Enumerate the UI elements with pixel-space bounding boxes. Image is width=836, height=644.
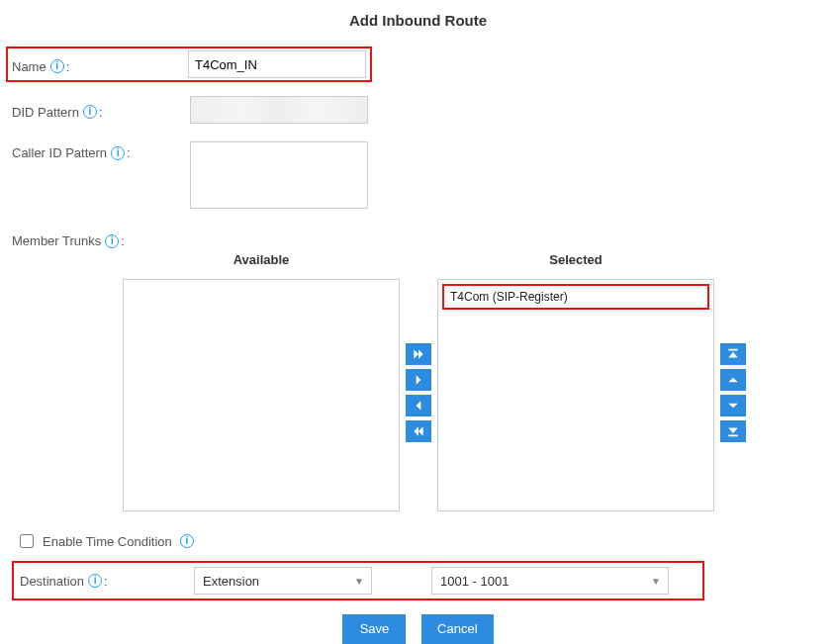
move-left-button[interactable]	[406, 395, 431, 416]
save-button[interactable]: Save	[342, 614, 406, 644]
chevron-down-icon	[726, 399, 740, 413]
caller-id-pattern-input[interactable]	[190, 141, 368, 209]
selected-header: Selected	[549, 252, 602, 267]
cancel-button[interactable]: Cancel	[421, 614, 493, 644]
move-bottom-button[interactable]	[720, 420, 746, 442]
member-trunks-label: Member Trunks i :	[12, 230, 190, 248]
chevron-left-icon	[412, 399, 425, 413]
move-all-right-button[interactable]	[406, 343, 431, 365]
move-top-button[interactable]	[720, 343, 746, 365]
move-up-button[interactable]	[720, 369, 746, 391]
move-down-button[interactable]	[720, 395, 746, 416]
did-pattern-label: DID Pattern i :	[12, 101, 190, 120]
did-pattern-input[interactable]	[190, 96, 368, 124]
footer-buttons: Save Cancel	[12, 614, 824, 644]
caller-id-pattern-label: Caller ID Pattern i :	[12, 141, 190, 160]
info-icon[interactable]: i	[105, 234, 119, 248]
move-top-icon	[726, 347, 740, 361]
selected-listbox[interactable]: T4Com (SIP-Register)	[437, 279, 714, 511]
double-chevron-right-icon	[412, 347, 425, 361]
svg-rect-0	[728, 349, 737, 351]
member-trunks-duallist: Available Selected T4Com (SIP-Register)	[123, 252, 824, 511]
move-bottom-icon	[726, 424, 740, 438]
chevron-up-icon	[726, 373, 740, 387]
info-icon[interactable]: i	[50, 59, 64, 73]
move-all-left-button[interactable]	[406, 420, 431, 442]
info-icon[interactable]: i	[111, 146, 125, 160]
available-header: Available	[233, 252, 290, 267]
info-icon[interactable]: i	[83, 105, 97, 119]
list-item[interactable]: T4Com (SIP-Register)	[442, 284, 709, 310]
order-button-column	[720, 343, 746, 442]
name-input[interactable]	[188, 50, 366, 78]
info-icon[interactable]: i	[88, 574, 102, 588]
enable-time-condition-label: Enable Time Condition	[43, 534, 172, 549]
chevron-right-icon	[412, 373, 425, 387]
available-listbox[interactable]	[123, 279, 400, 511]
info-icon[interactable]: i	[180, 534, 194, 548]
double-chevron-left-icon	[412, 424, 425, 438]
destination-type-select[interactable]: Extension	[194, 567, 372, 595]
move-right-button[interactable]	[406, 369, 431, 391]
svg-rect-1	[728, 435, 737, 437]
destination-target-select[interactable]: 1001 - 1001	[431, 567, 669, 595]
name-label: Name i :	[12, 55, 188, 74]
enable-time-condition-checkbox[interactable]	[20, 534, 34, 548]
transfer-button-column	[406, 343, 431, 442]
page-title: Add Inbound Route	[12, 12, 824, 29]
destination-label: Destination i :	[20, 574, 194, 589]
